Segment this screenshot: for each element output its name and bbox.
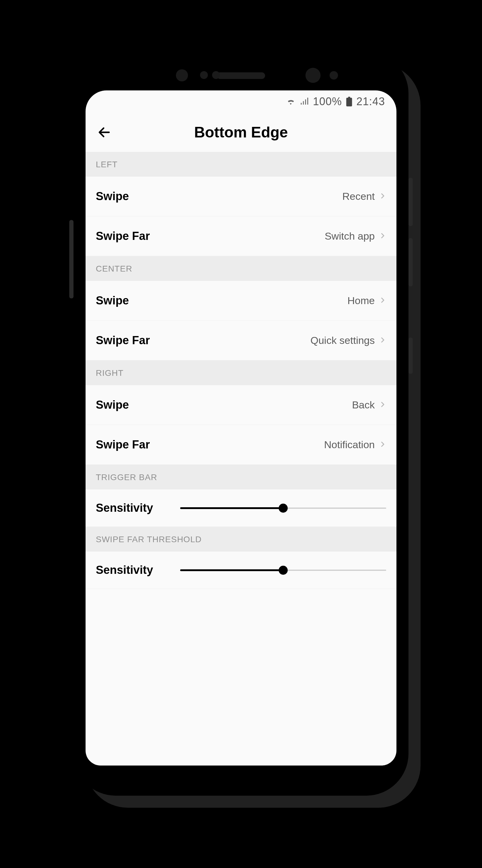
- phone-sensor: [329, 71, 338, 80]
- back-button[interactable]: [93, 121, 115, 143]
- chevron-right-icon: [379, 192, 386, 201]
- sensitivity-slider-trigger[interactable]: [180, 502, 386, 514]
- chevron-right-icon: [379, 232, 386, 241]
- section-header-left: LEFT: [86, 152, 396, 177]
- phone-frame: 100% 21:43 Bottom Edge LEFT Swipe: [73, 51, 409, 796]
- phone-camera: [306, 68, 321, 83]
- phone-sensor: [200, 71, 208, 79]
- row-value: Recent: [342, 190, 375, 202]
- phone-side-button: [409, 338, 413, 374]
- row-left-swipefar[interactable]: Swipe Far Switch app: [86, 216, 396, 256]
- slider-label: Sensitivity: [96, 501, 168, 515]
- row-label: Swipe Far: [96, 230, 150, 243]
- chevron-right-icon: [379, 401, 386, 409]
- settings-list: LEFT Swipe Recent Swipe Far Switch app C…: [86, 152, 396, 766]
- row-left-swipe[interactable]: Swipe Recent: [86, 177, 396, 216]
- chevron-right-icon: [379, 336, 386, 345]
- page-title: Bottom Edge: [194, 124, 288, 141]
- section-header-right: RIGHT: [86, 361, 396, 385]
- clock: 21:43: [356, 95, 385, 108]
- signal-icon: [300, 98, 309, 105]
- phone-side-button: [69, 220, 73, 299]
- section-header-trigger: TRIGGER BAR: [86, 465, 396, 490]
- sensitivity-slider-threshold[interactable]: [180, 564, 386, 576]
- app-bar: Bottom Edge: [86, 113, 396, 152]
- phone-side-button: [409, 178, 413, 226]
- row-value: Home: [347, 295, 375, 307]
- row-center-swipe[interactable]: Swipe Home: [86, 281, 396, 321]
- row-label: Swipe Far: [96, 438, 150, 451]
- row-center-swipefar[interactable]: Swipe Far Quick settings: [86, 321, 396, 361]
- row-right-swipefar[interactable]: Swipe Far Notification: [86, 425, 396, 465]
- row-value: Quick settings: [310, 335, 375, 346]
- chevron-right-icon: [379, 297, 386, 305]
- row-label: Swipe: [96, 294, 129, 307]
- status-bar: 100% 21:43: [86, 90, 396, 113]
- row-label: Swipe Far: [96, 334, 150, 347]
- row-right-swipe[interactable]: Swipe Back: [86, 385, 396, 425]
- battery-icon: [346, 97, 352, 106]
- row-label: Swipe: [96, 190, 129, 203]
- phone-speaker: [217, 72, 265, 79]
- phone-sensor: [212, 71, 220, 79]
- row-value: Switch app: [325, 230, 375, 242]
- phone-side-button: [409, 238, 413, 286]
- row-value: Notification: [324, 439, 375, 451]
- section-header-center: CENTER: [86, 256, 396, 281]
- wifi-icon: [286, 98, 295, 105]
- row-value: Back: [352, 399, 375, 411]
- section-header-threshold: SWIPE FAR THRESHOLD: [86, 527, 396, 552]
- row-threshold-sensitivity: Sensitivity: [86, 552, 396, 589]
- row-label: Swipe: [96, 398, 129, 411]
- row-trigger-sensitivity: Sensitivity: [86, 490, 396, 527]
- battery-percent: 100%: [313, 95, 342, 108]
- phone-sensor: [176, 69, 188, 82]
- slider-label: Sensitivity: [96, 564, 168, 577]
- screen: 100% 21:43 Bottom Edge LEFT Swipe: [86, 90, 396, 766]
- chevron-right-icon: [379, 441, 386, 449]
